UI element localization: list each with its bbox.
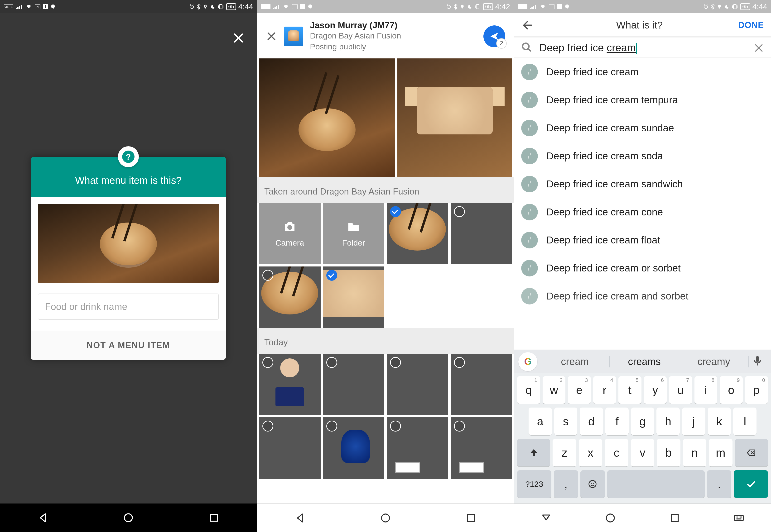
selection-check-icon[interactable]: [326, 270, 337, 281]
photo-cell[interactable]: [259, 266, 320, 328]
key-b[interactable]: b: [657, 439, 680, 466]
nav-back-icon[interactable]: [540, 512, 552, 524]
key-i[interactable]: i8: [695, 376, 718, 404]
suggestion-item[interactable]: Deep fried ice cream tempura: [514, 86, 771, 114]
suggestion-item[interactable]: Deep fried ice cream float: [514, 226, 771, 254]
selection-ring-icon[interactable]: [262, 357, 273, 368]
search-input[interactable]: Deep fried ice cream: [539, 42, 746, 54]
nav-back-icon[interactable]: [294, 512, 306, 524]
selection-ring-icon[interactable]: [390, 357, 401, 368]
suggestion-item[interactable]: Deep fried ice cream soda: [514, 142, 771, 170]
key-space[interactable]: [607, 470, 705, 498]
photo-cell[interactable]: [387, 354, 448, 415]
google-icon[interactable]: G: [518, 352, 537, 371]
nav-keyboard-icon[interactable]: [733, 512, 745, 524]
key-r[interactable]: r4: [593, 376, 616, 404]
suggestion-item[interactable]: Deep fried ice cream: [514, 58, 771, 86]
key-y[interactable]: y6: [644, 376, 667, 404]
key-e[interactable]: e3: [568, 376, 591, 404]
key-comma[interactable]: ,: [554, 470, 578, 498]
key-period[interactable]: .: [707, 470, 732, 498]
done-button[interactable]: DONE: [738, 20, 764, 30]
key-n[interactable]: n: [683, 439, 706, 466]
restaurant-icon: [521, 232, 538, 248]
close-button[interactable]: [232, 31, 245, 45]
nav-back-icon[interactable]: [37, 512, 49, 524]
key-emoji[interactable]: [580, 470, 605, 498]
suggestion-item[interactable]: Deep fried ice cream sandwich: [514, 170, 771, 198]
key-f[interactable]: f: [605, 408, 629, 435]
selection-check-icon[interactable]: [390, 206, 401, 217]
key-symbols[interactable]: ?123: [517, 470, 551, 498]
photo-cell[interactable]: [323, 417, 384, 479]
mic-icon[interactable]: [752, 355, 766, 369]
key-backspace[interactable]: [735, 439, 768, 466]
kb-suggestion[interactable]: cream: [540, 356, 610, 367]
kb-suggestion[interactable]: creams: [610, 356, 679, 367]
key-u[interactable]: u7: [669, 376, 692, 404]
nav-recents-icon[interactable]: [208, 512, 220, 524]
key-l[interactable]: l: [733, 408, 757, 435]
photo-cell[interactable]: [451, 354, 512, 415]
key-p[interactable]: p0: [745, 376, 768, 404]
preview-photo[interactable]: [259, 58, 395, 177]
clear-button[interactable]: [753, 43, 764, 53]
close-button[interactable]: [266, 31, 277, 42]
key-w[interactable]: w2: [543, 376, 566, 404]
photo-cell[interactable]: [323, 266, 384, 328]
suggestion-item[interactable]: Deep fried ice cream or sorbet: [514, 254, 771, 282]
photo-cell[interactable]: [387, 417, 448, 479]
photo-cell[interactable]: [323, 354, 384, 415]
selection-ring-icon[interactable]: [326, 421, 337, 432]
suggestion-item[interactable]: Deep fried ice cream cone: [514, 198, 771, 226]
photo-cell[interactable]: [387, 203, 448, 264]
selection-ring-icon[interactable]: [454, 357, 465, 368]
photo-cell[interactable]: [451, 417, 512, 479]
key-o[interactable]: o9: [720, 376, 743, 404]
key-s[interactable]: s: [554, 408, 578, 435]
photo-picker-scroll[interactable]: Taken around Dragon Bay Asian Fusion Cam…: [257, 177, 514, 503]
key-v[interactable]: v: [631, 439, 654, 466]
photo-cell[interactable]: [259, 417, 320, 479]
location-icon: [717, 4, 722, 9]
selection-ring-icon[interactable]: [326, 357, 337, 368]
send-button[interactable]: 2: [484, 25, 505, 47]
not-a-menu-item-button[interactable]: NOT A MENU ITEM: [31, 331, 226, 360]
food-name-input[interactable]: [38, 294, 219, 320]
svg-point-25: [287, 225, 292, 230]
preview-photo[interactable]: [398, 58, 512, 177]
nav-home-icon[interactable]: [604, 512, 616, 524]
selection-ring-icon[interactable]: [454, 206, 465, 217]
photo-cell[interactable]: [259, 354, 320, 415]
suggestion-item[interactable]: Deep fried ice cream and sorbet: [514, 282, 771, 310]
kb-suggestion[interactable]: creamy: [679, 356, 749, 367]
key-g[interactable]: g: [631, 408, 654, 435]
key-d[interactable]: d: [580, 408, 603, 435]
photo-cell[interactable]: [451, 203, 512, 264]
key-a[interactable]: a: [529, 408, 552, 435]
nav-recents-icon[interactable]: [465, 512, 477, 524]
selection-ring-icon[interactable]: [454, 421, 465, 432]
back-button[interactable]: [521, 19, 534, 31]
selection-ring-icon[interactable]: [262, 421, 273, 432]
key-h[interactable]: h: [656, 408, 680, 435]
nav-home-icon[interactable]: [122, 512, 134, 524]
key-q[interactable]: q1: [517, 376, 540, 404]
key-z[interactable]: z: [553, 439, 576, 466]
nav-home-icon[interactable]: [379, 512, 392, 524]
suggestion-item[interactable]: Deep fried ice cream sundae: [514, 114, 771, 142]
key-enter[interactable]: [734, 470, 768, 498]
selection-ring-icon[interactable]: [262, 270, 273, 281]
key-k[interactable]: k: [708, 408, 731, 435]
folder-button[interactable]: Folder: [323, 203, 384, 264]
key-x[interactable]: x: [579, 439, 602, 466]
key-m[interactable]: m: [709, 439, 732, 466]
suggestion-list[interactable]: Deep fried ice cream Deep fried ice crea…: [514, 58, 771, 350]
camera-button[interactable]: Camera: [259, 203, 320, 264]
key-t[interactable]: t5: [618, 376, 642, 404]
nav-recents-icon[interactable]: [669, 512, 681, 524]
key-j[interactable]: j: [682, 408, 705, 435]
key-shift[interactable]: [517, 439, 550, 466]
selection-ring-icon[interactable]: [390, 421, 401, 432]
key-c[interactable]: c: [605, 439, 628, 466]
